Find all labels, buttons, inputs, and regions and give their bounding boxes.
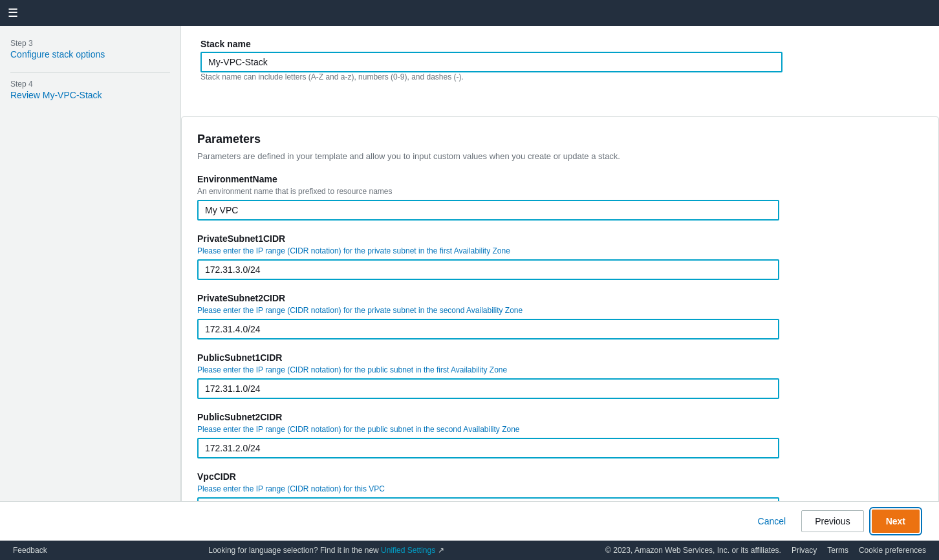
param-hint-environment-name: An environment name that is prefixed to … [197,187,923,196]
stack-name-field: Stack name Stack name can include letter… [200,39,920,81]
param-field-public-subnet2-cidr: PublicSubnet2CIDRPlease enter the IP ran… [197,412,923,458]
param-label-public-subnet2-cidr: PublicSubnet2CIDR [197,412,923,422]
footer: Feedback Looking for language selection?… [0,541,939,560]
param-label-vpc-cidr: VpcCIDR [197,471,923,482]
sidebar-step3: Step 3 Configure stack options [10,39,170,59]
param-label-public-subnet1-cidr: PublicSubnet1CIDR [197,352,923,363]
param-input-public-subnet2-cidr[interactable] [197,438,779,458]
param-hint-public-subnet2-cidr: Please enter the IP range (CIDR notation… [197,425,923,434]
footer-copyright: © 2023, Amazon Web Services, Inc. or its… [605,546,781,555]
main-layout: Step 3 Configure stack options Step 4 Re… [0,26,939,501]
previous-button[interactable]: Previous [801,510,863,532]
param-input-private-subnet2-cidr[interactable] [197,319,779,339]
cancel-button[interactable]: Cancel [750,512,794,530]
param-hint-vpc-cidr: Please enter the IP range (CIDR notation… [197,484,923,493]
sidebar: Step 3 Configure stack options Step 4 Re… [0,26,181,501]
param-field-vpc-cidr: VpcCIDRPlease enter the IP range (CIDR n… [197,471,923,501]
cookie-preferences-link[interactable]: Cookie preferences [859,546,926,555]
feedback-label: Feedback [13,546,47,555]
terms-link[interactable]: Terms [827,546,848,555]
param-hint-private-subnet1-cidr: Please enter the IP range (CIDR notation… [197,246,923,255]
stack-name-section: Stack name Stack name can include letter… [181,26,939,103]
privacy-link[interactable]: Privacy [792,546,817,555]
param-field-public-subnet1-cidr: PublicSubnet1CIDRPlease enter the IP ran… [197,352,923,399]
param-hint-private-subnet2-cidr: Please enter the IP range (CIDR notation… [197,306,923,315]
param-field-environment-name: EnvironmentNameAn environment name that … [197,174,923,221]
param-hint-public-subnet1-cidr: Please enter the IP range (CIDR notation… [197,365,923,374]
param-input-private-subnet1-cidr[interactable] [197,259,779,280]
stack-name-label: Stack name [200,39,920,49]
parameters-title: Parameters [197,133,923,146]
sidebar-step4: Step 4 Review My-VPC-Stack [10,80,170,100]
param-label-private-subnet2-cidr: PrivateSubnet2CIDR [197,293,923,303]
footer-unified-settings: Looking for language selection? Find it … [208,546,444,555]
external-link-icon: ↗ [438,546,444,555]
param-input-environment-name[interactable] [197,200,779,221]
param-label-private-subnet1-cidr: PrivateSubnet1CIDR [197,233,923,244]
param-field-private-subnet2-cidr: PrivateSubnet2CIDRPlease enter the IP ra… [197,293,923,339]
parameter-fields: EnvironmentNameAn environment name that … [197,174,923,501]
step3-label: Step 3 [10,39,170,48]
footer-right: © 2023, Amazon Web Services, Inc. or its… [605,546,926,555]
stack-name-input[interactable] [200,52,782,72]
top-navigation-bar: ☰ [0,0,939,26]
unified-settings-text: Looking for language selection? Find it … [208,546,379,555]
step-divider [10,72,170,73]
param-label-environment-name: EnvironmentName [197,174,923,184]
param-input-public-subnet1-cidr[interactable] [197,378,779,399]
step4-name: Review My-VPC-Stack [10,90,170,100]
param-field-private-subnet1-cidr: PrivateSubnet1CIDRPlease enter the IP ra… [197,233,923,280]
next-button[interactable]: Next [872,510,920,533]
content-area: Stack name Stack name can include letter… [181,26,939,501]
step3-name: Configure stack options [10,49,170,59]
bottom-bar: Cancel Previous Next [0,501,939,541]
step4-label: Step 4 [10,80,170,89]
parameters-section: Parameters Parameters are defined in you… [181,116,939,501]
parameters-desc: Parameters are defined in your template … [197,151,923,161]
unified-settings-link[interactable]: Unified Settings [381,546,435,555]
menu-icon[interactable]: ☰ [8,6,18,20]
stack-name-hint: Stack name can include letters (A-Z and … [200,72,920,81]
